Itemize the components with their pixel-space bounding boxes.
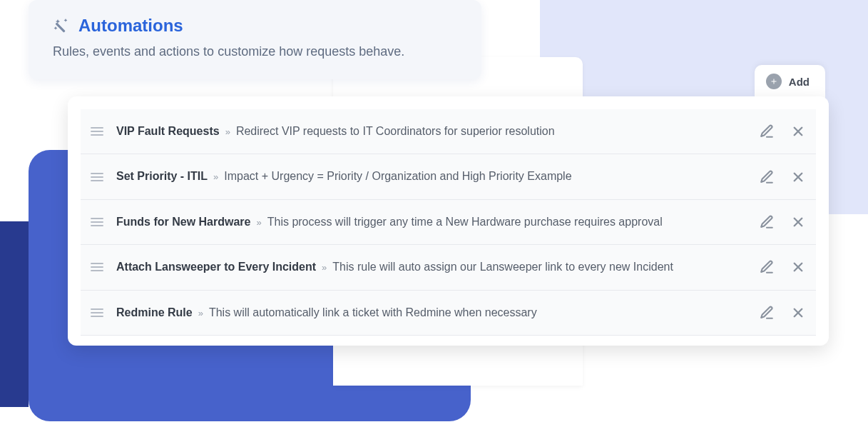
automations-list: VIP Fault Requests » Redirect VIP reques… <box>68 96 829 346</box>
bg-decoration <box>0 221 29 407</box>
separator: » <box>198 307 203 320</box>
magic-wand-icon <box>53 17 70 34</box>
automation-description: This will automatically link a ticket wi… <box>209 305 537 321</box>
page-title: Automations <box>78 16 183 36</box>
edit-button[interactable] <box>759 214 775 230</box>
separator: » <box>322 261 327 274</box>
drag-handle-icon[interactable] <box>91 173 103 181</box>
delete-button[interactable] <box>790 305 806 321</box>
automation-text: Attach Lansweeper to Every Incident » Th… <box>116 259 746 275</box>
automation-title: Redmine Rule <box>116 305 193 321</box>
delete-button[interactable] <box>790 169 806 185</box>
automation-row: Funds for New Hardware » This process wi… <box>81 199 816 244</box>
edit-button[interactable] <box>759 305 775 321</box>
automation-description: This process will trigger any time a New… <box>267 214 663 230</box>
automation-row: Redmine Rule » This will automatically l… <box>81 290 816 335</box>
automation-row: Set Priority - ITIL » Impact + Urgency =… <box>81 154 816 199</box>
automation-title: Funds for New Hardware <box>116 214 250 230</box>
automation-title: Attach Lansweeper to Every Incident <box>116 259 316 275</box>
automation-title: VIP Fault Requests <box>116 124 220 139</box>
page-subtitle: Rules, events and actions to customize h… <box>53 43 457 61</box>
automation-description: This rule will auto assign our Lansweepe… <box>332 259 673 275</box>
automations-header-card: Automations Rules, events and actions to… <box>29 0 481 79</box>
drag-handle-icon[interactable] <box>91 263 103 271</box>
automation-row: Attach Lansweeper to Every Incident » Th… <box>81 244 816 289</box>
drag-handle-icon[interactable] <box>91 127 103 136</box>
delete-button[interactable] <box>790 214 806 230</box>
edit-button[interactable] <box>759 169 775 185</box>
delete-button[interactable] <box>790 124 806 139</box>
automation-text: Set Priority - ITIL » Impact + Urgency =… <box>116 169 746 184</box>
add-button-label: Add <box>789 76 810 88</box>
plus-circle-icon <box>766 74 782 89</box>
separator: » <box>256 216 261 229</box>
edit-button[interactable] <box>759 259 775 275</box>
automation-text: Funds for New Hardware » This process wi… <box>116 214 746 230</box>
drag-handle-icon[interactable] <box>91 308 103 317</box>
automation-text: VIP Fault Requests » Redirect VIP reques… <box>116 124 746 139</box>
automation-description: Impact + Urgency = Priority / Organizati… <box>224 169 571 184</box>
separator: » <box>225 126 230 139</box>
svg-rect-0 <box>55 22 65 32</box>
automation-title: Set Priority - ITIL <box>116 169 208 184</box>
drag-handle-icon[interactable] <box>91 218 103 226</box>
automation-row: VIP Fault Requests » Redirect VIP reques… <box>81 109 816 154</box>
automation-text: Redmine Rule » This will automatically l… <box>116 305 746 321</box>
separator: » <box>213 171 218 184</box>
delete-button[interactable] <box>790 259 806 275</box>
add-button[interactable]: Add <box>755 65 825 98</box>
edit-button[interactable] <box>759 124 775 139</box>
automation-description: Redirect VIP requests to IT Coordinators… <box>236 124 555 139</box>
